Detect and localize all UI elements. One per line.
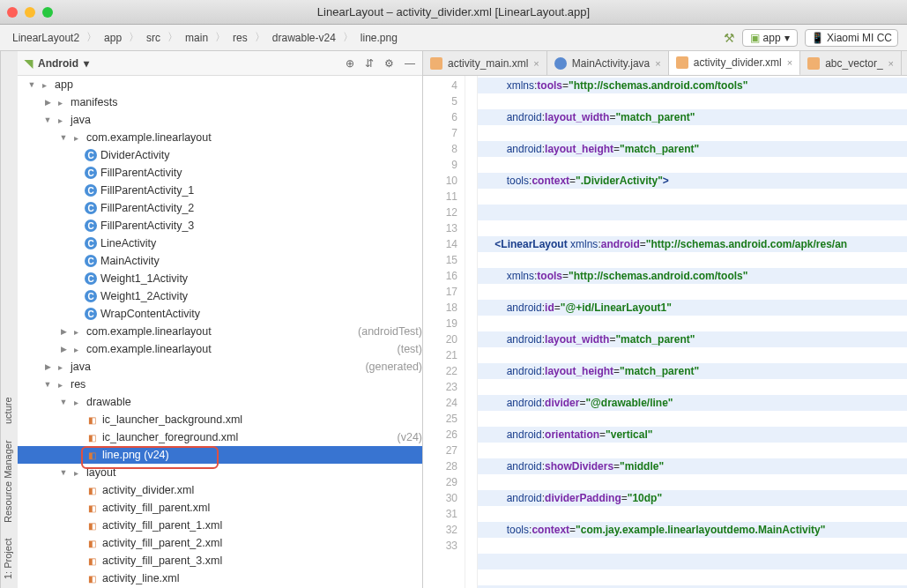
code-line[interactable]: tools:context=".DividerActivity"> (478, 173, 907, 189)
minimize-window-button[interactable] (25, 7, 35, 18)
xml-icon: ◧ (85, 518, 99, 532)
code-line[interactable]: <LinearLayout xmlns:android="http://sche… (478, 236, 907, 252)
tree-java-gen[interactable]: ▶▸java(generated) (18, 358, 422, 376)
code-line[interactable]: android:layout_height="match_parent" (478, 363, 907, 379)
editor-tab[interactable]: abc_vector_× (800, 51, 902, 75)
hide-icon[interactable]: — (405, 57, 415, 70)
code-line[interactable]: android:layout_width="match_parent" (478, 109, 907, 125)
chevron-down-icon[interactable]: ▾ (84, 57, 89, 70)
tree-package[interactable]: ▶▸com.example.linearlayout(test) (18, 340, 422, 358)
tree-drawable[interactable]: ▼▸drawable (18, 393, 422, 411)
breadcrumb-item[interactable]: line.png (357, 30, 401, 46)
expand-arrow-icon[interactable]: ▼ (58, 133, 69, 142)
code-line[interactable]: android:id="@+id/LinearLayout1" (478, 300, 907, 316)
tree-package[interactable]: ▼▸com.example.linearlayout (18, 129, 422, 146)
code-line[interactable]: android:layout_width="match_parent" (478, 331, 907, 347)
tree-java[interactable]: ▼▸java (18, 111, 422, 129)
target-icon[interactable]: ⊕ (346, 57, 354, 70)
tree-file[interactable]: ◧ic_launcher_foreground.xml(v24) (18, 428, 422, 446)
tree-class[interactable]: CWeight1_2Activity (18, 287, 422, 305)
tree-item-label: activity_fill_parent.xml (102, 502, 422, 514)
tree-item-label: ic_launcher_foreground.xml (102, 431, 394, 443)
code-editor[interactable]: 4567891011121314151617181920212223242526… (423, 76, 907, 588)
expand-arrow-icon[interactable]: ▼ (26, 80, 37, 89)
window-controls (7, 7, 53, 18)
tree-item-label: line.png (v24) (102, 449, 422, 461)
close-tab-icon[interactable]: × (533, 58, 539, 69)
collapse-icon[interactable]: ⇵ (365, 57, 374, 70)
expand-arrow-icon[interactable]: ▶ (58, 327, 69, 336)
tree-file[interactable]: ◧activity_fill_parent_3.xml (18, 552, 422, 569)
project-tree[interactable]: ▼▸app▶▸manifests▼▸java▼▸com.example.line… (18, 76, 422, 588)
tree-item-label: com.example.linearlayout (86, 343, 394, 355)
code-line[interactable]: android:orientation="vertical" (478, 427, 907, 443)
tree-class[interactable]: CFillParentActivity (18, 164, 422, 182)
breadcrumb-item[interactable]: app (100, 30, 125, 46)
line-number: 29 (423, 474, 457, 490)
tree-app[interactable]: ▼▸app (18, 76, 422, 93)
editor-tab[interactable]: activity_main.xml× (423, 51, 547, 75)
tree-class[interactable]: CFillParentActivity_3 (18, 217, 422, 234)
editor-tab[interactable]: MainActivity.java× (547, 51, 669, 75)
tree-file[interactable]: ◧ic_launcher_background.xml (18, 411, 422, 428)
expand-arrow-icon[interactable]: ▼ (58, 468, 69, 477)
close-tab-icon[interactable]: × (888, 58, 894, 69)
code-line[interactable]: xmlns:tools="http://schemas.android.com/… (478, 268, 907, 284)
tree-class[interactable]: CDividerActivity (18, 146, 422, 164)
project-tool-tab[interactable]: 1: Project (3, 535, 16, 583)
tree-file[interactable]: ◧activity_line.xml (18, 569, 422, 587)
device-dropdown[interactable]: 📱 Xiaomi MI CC (805, 29, 898, 47)
code-line[interactable]: android:showDividers="middle" (478, 458, 907, 474)
code-line[interactable]: xmlns:tools="http://schemas.android.com/… (478, 78, 907, 93)
build-icon[interactable]: ⚒ (724, 31, 735, 45)
zoom-window-button[interactable] (42, 7, 53, 18)
tree-item-label: activity_fill_parent_1.xml (102, 519, 422, 532)
code-line[interactable]: android:layout_height="match_parent" (478, 141, 907, 157)
code-line[interactable]: android:dividerPadding="10dp" (478, 490, 907, 506)
code-line[interactable] (478, 554, 907, 569)
expand-arrow-icon[interactable]: ▶ (58, 345, 69, 354)
close-tab-icon[interactable]: × (787, 57, 792, 68)
code-line[interactable] (478, 205, 907, 220)
tree-file[interactable]: ◧activity_fill_parent.xml (18, 499, 422, 517)
expand-arrow-icon[interactable]: ▼ (42, 380, 53, 389)
close-tab-icon[interactable]: × (655, 58, 660, 69)
tree-class[interactable]: CMainActivity (18, 252, 422, 270)
close-window-button[interactable] (7, 7, 18, 18)
expand-arrow-icon[interactable]: ▶ (42, 98, 53, 107)
breadcrumb-item[interactable]: res (229, 30, 251, 46)
breadcrumb-item[interactable]: main (182, 30, 212, 46)
tree-class[interactable]: CWeight1_1Activity (18, 270, 422, 287)
tree-class[interactable]: CLineActivity (18, 234, 422, 252)
run-config-dropdown[interactable]: ▣ app ▾ (742, 29, 798, 47)
code-line[interactable]: android:divider="@drawable/line" (478, 395, 907, 411)
expand-arrow-icon[interactable]: ▶ (42, 362, 53, 371)
expand-arrow-icon[interactable]: ▼ (42, 115, 53, 124)
tree-file[interactable]: ◧activity_fill_parent_1.xml (18, 517, 422, 534)
code-area[interactable]: xmlns:tools="http://schemas.android.com/… (478, 76, 907, 588)
tree-class[interactable]: CFillParentActivity_1 (18, 182, 422, 199)
line-number: 12 (423, 205, 457, 220)
tree-item-tag: (v24) (398, 431, 422, 443)
structure-tool-tab[interactable]: ucture (3, 393, 16, 428)
tree-class[interactable]: CFillParentActivity_2 (18, 199, 422, 217)
expand-arrow-icon[interactable]: ▼ (58, 398, 69, 406)
tree-item-label: Weight1_1Activity (100, 272, 422, 285)
tree-res[interactable]: ▼▸res (18, 376, 422, 393)
tree-item-label: com.example.linearlayout (86, 131, 422, 144)
editor-tab[interactable]: activity_divider.xml× (669, 51, 800, 76)
line-number: 27 (423, 443, 457, 458)
resource-manager-tool-tab[interactable]: Resource Manager (3, 436, 16, 526)
tree-manifests[interactable]: ▶▸manifests (18, 93, 422, 111)
breadcrumb-item[interactable]: LinearLayout2 (9, 30, 83, 46)
breadcrumb-item[interactable]: drawable-v24 (269, 30, 339, 46)
tree-layout[interactable]: ▼▸layout (18, 464, 422, 481)
breadcrumb-item[interactable]: src (143, 30, 164, 46)
tree-file[interactable]: ◧activity_divider.xml (18, 481, 422, 499)
tree-file[interactable]: ◧line.png (v24) (18, 446, 422, 464)
tree-file[interactable]: ◧activity_fill_parent_2.xml (18, 534, 422, 552)
gear-icon[interactable]: ⚙ (384, 57, 394, 70)
tree-package[interactable]: ▶▸com.example.linearlayout(androidTest) (18, 323, 422, 340)
code-line[interactable]: tools:context="com.jay.example.linearlay… (478, 522, 907, 538)
tree-class[interactable]: CWrapContentActivity (18, 305, 422, 323)
